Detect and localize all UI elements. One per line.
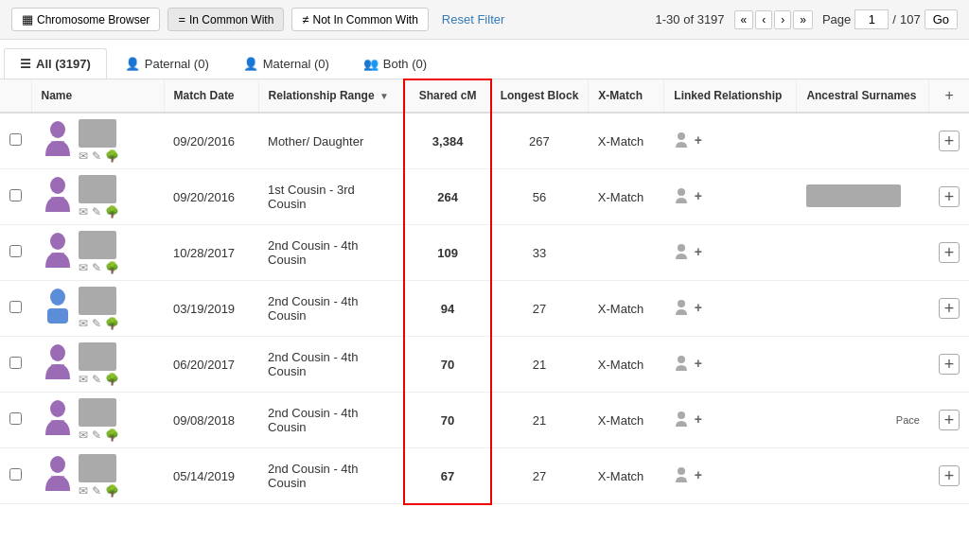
- linked-rel-btn[interactable]: +: [674, 186, 702, 205]
- email-icon[interactable]: ✉: [79, 373, 88, 386]
- row-name-cell: ✉ ✎ 🌳: [31, 225, 164, 281]
- edit-icon[interactable]: ✎: [92, 149, 101, 163]
- last-page-btn[interactable]: »: [793, 10, 813, 29]
- reset-filter-link[interactable]: Reset Filter: [436, 9, 510, 30]
- chromosome-browser-btn[interactable]: ▦ Chromosome Browser: [11, 8, 160, 31]
- tab-paternal[interactable]: 👤 Paternal (0): [109, 48, 225, 79]
- edit-icon[interactable]: ✎: [92, 373, 101, 386]
- email-icon[interactable]: ✉: [79, 429, 88, 442]
- row-xmatch: X-Match: [589, 393, 664, 448]
- tab-maternal[interactable]: 👤 Maternal (0): [227, 48, 345, 79]
- tree-icon[interactable]: 🌳: [105, 261, 119, 274]
- row-add-btn[interactable]: +: [939, 131, 960, 151]
- edit-icon[interactable]: ✎: [92, 429, 101, 442]
- row-shared-cm: 109: [405, 225, 490, 281]
- tree-icon[interactable]: 🌳: [105, 373, 119, 386]
- linked-rel-btn[interactable]: +: [674, 298, 702, 317]
- row-checkbox-cell: [0, 337, 31, 393]
- row-add-cell: +: [929, 225, 969, 281]
- row-checkbox[interactable]: [9, 189, 22, 201]
- row-linked-rel: +: [664, 113, 797, 169]
- prev-page-btn[interactable]: ‹: [755, 10, 772, 29]
- row-relationship: 1st Cousin - 3rd Cousin: [258, 169, 405, 225]
- email-icon[interactable]: ✉: [79, 261, 88, 274]
- name-action-icons: ✉ ✎ 🌳: [79, 261, 119, 274]
- email-icon[interactable]: ✉: [79, 205, 88, 219]
- tree-icon[interactable]: 🌳: [105, 149, 119, 163]
- matches-table-container: Name Match Date Relationship Range ▼ Sha…: [0, 79, 969, 560]
- avatar: [41, 287, 75, 324]
- row-match-date: 06/20/2017: [164, 337, 258, 393]
- name-action-icons: ✉ ✎ 🌳: [79, 205, 119, 219]
- row-checkbox[interactable]: [9, 301, 22, 313]
- row-checkbox[interactable]: [9, 133, 22, 146]
- row-checkbox[interactable]: [9, 468, 22, 481]
- row-add-btn[interactable]: +: [939, 354, 960, 375]
- row-match-date: 09/20/2016: [164, 169, 258, 225]
- next-page-btn[interactable]: ›: [774, 10, 791, 29]
- row-add-cell: +: [929, 281, 969, 337]
- linked-rel-btn[interactable]: +: [674, 131, 702, 149]
- page-input[interactable]: 1: [854, 9, 889, 29]
- email-icon[interactable]: ✉: [79, 149, 88, 163]
- row-name-cell: ✉ ✎ 🌳: [31, 448, 164, 504]
- tree-icon[interactable]: 🌳: [105, 205, 119, 219]
- go-button[interactable]: Go: [925, 9, 958, 29]
- row-add-btn[interactable]: +: [939, 298, 960, 319]
- row-checkbox[interactable]: [9, 245, 22, 257]
- not-in-common-btn[interactable]: ≠ Not In Common With: [291, 8, 429, 31]
- col-header-rel[interactable]: Relationship Range ▼: [258, 79, 405, 113]
- row-match-date: 09/08/2018: [164, 393, 258, 448]
- tree-icon[interactable]: 🌳: [105, 429, 119, 442]
- table-row: ✉ ✎ 🌳 09/20/2016 Mother/ Daughter 3,384 …: [0, 113, 969, 169]
- tab-all[interactable]: ☰ All (3197): [4, 48, 107, 79]
- col-header-add[interactable]: +: [929, 79, 969, 113]
- email-icon[interactable]: ✉: [79, 484, 88, 498]
- row-match-date: 10/28/2017: [164, 225, 258, 281]
- row-add-btn[interactable]: +: [939, 186, 960, 207]
- row-longest-block: 27: [490, 448, 589, 504]
- in-common-btn[interactable]: = In Common With: [167, 8, 284, 31]
- name-photo-blur: [79, 231, 116, 259]
- svg-point-12: [678, 411, 685, 419]
- table-row: ✉ ✎ 🌳 06/20/2017 2nd Cousin - 4th Cousin…: [0, 337, 969, 393]
- linked-rel-btn[interactable]: +: [674, 465, 702, 484]
- svg-point-9: [50, 344, 65, 361]
- first-page-btn[interactable]: «: [734, 10, 754, 29]
- name-photo-blur: [79, 454, 116, 482]
- row-name-cell: ✉ ✎ 🌳: [31, 393, 164, 448]
- edit-icon[interactable]: ✎: [92, 261, 101, 274]
- linked-rel-btn[interactable]: +: [674, 410, 702, 429]
- edit-icon[interactable]: ✎: [92, 205, 101, 219]
- row-add-btn[interactable]: +: [939, 465, 960, 486]
- tree-icon[interactable]: 🌳: [105, 317, 119, 330]
- linked-rel-btn[interactable]: +: [674, 242, 702, 261]
- name-photo-blur: [79, 175, 116, 203]
- edit-icon[interactable]: ✎: [92, 317, 101, 330]
- add-col-btn[interactable]: +: [945, 87, 954, 104]
- row-name-cell: ✉ ✎ 🌳: [31, 337, 164, 393]
- row-longest-block: 27: [490, 281, 589, 337]
- row-add-btn[interactable]: +: [939, 410, 960, 430]
- row-checkbox[interactable]: [9, 412, 22, 425]
- email-icon[interactable]: ✉: [79, 317, 88, 330]
- tab-all-label: All (3197): [36, 57, 91, 71]
- edit-icon[interactable]: ✎: [92, 484, 101, 498]
- name-action-icons: ✉ ✎ 🌳: [79, 484, 119, 498]
- row-xmatch: X-Match: [589, 281, 664, 337]
- row-ancestral-surnames: [797, 225, 929, 281]
- tab-both[interactable]: 👥 Both (0): [347, 48, 443, 79]
- row-ancestral-surnames: [797, 448, 929, 504]
- row-checkbox-cell: [0, 393, 31, 448]
- row-ancestral-surnames: [797, 281, 929, 337]
- row-relationship: 2nd Cousin - 4th Cousin: [258, 393, 405, 448]
- row-add-btn[interactable]: +: [939, 242, 960, 263]
- tree-icon[interactable]: 🌳: [105, 484, 119, 498]
- row-xmatch: X-Match: [589, 169, 664, 225]
- name-photo-blur: [79, 287, 116, 315]
- row-match-date: 09/20/2016: [164, 113, 258, 169]
- linked-rel-btn[interactable]: +: [674, 354, 702, 373]
- row-linked-rel: +: [664, 281, 797, 337]
- table-row: ✉ ✎ 🌳 03/19/2019 2nd Cousin - 4th Cousin…: [0, 281, 969, 337]
- row-checkbox[interactable]: [9, 357, 22, 369]
